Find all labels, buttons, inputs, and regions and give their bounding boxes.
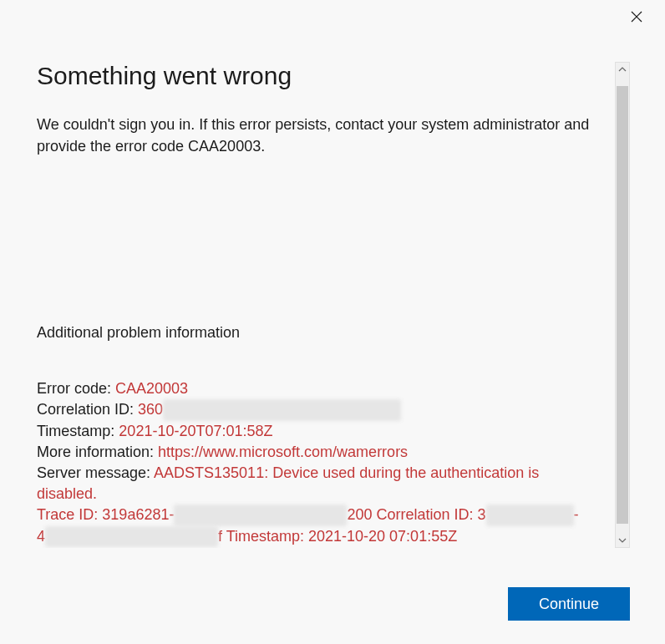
trace-id-redacted-3: xxx-xxxx-xxxx-xxxxxxxxxx — [45, 526, 218, 547]
trace-id-redacted-1: xxxx-xxxx-xxxx-xxxxxxxxx — [174, 505, 347, 525]
more-information-link[interactable]: https://www.microsoft.com/wamerrors — [158, 444, 408, 460]
scroll-up-arrow-icon[interactable] — [616, 63, 629, 76]
page-title: Something went wrong — [37, 62, 612, 90]
correlation-id-row: Correlation ID: 360xxxxx-xxxx-xxxx-xxxx-… — [37, 399, 596, 420]
trace-id-part3: - — [574, 506, 579, 523]
server-message-label: Server message: — [37, 464, 154, 481]
correlation-id-prefix: 360 — [138, 401, 163, 418]
additional-info-heading: Additional problem information — [37, 324, 612, 342]
error-details: Error code: CAA20003 Correlation ID: 360… — [37, 378, 596, 547]
server-message-row: Server message: AADSTS135011: Device use… — [37, 463, 596, 505]
trace-id-redacted-2: xxxxxxx-xxxx — [486, 505, 574, 525]
correlation-id-label: Correlation ID: — [37, 401, 138, 418]
error-code-value: CAA20003 — [115, 380, 188, 397]
timestamp-row: Timestamp: 2021-10-20T07:01:58Z — [37, 421, 596, 442]
scroll-down-arrow-icon[interactable] — [616, 534, 629, 547]
timestamp-value: 2021-10-20T07:01:58Z — [119, 423, 272, 439]
continue-button[interactable]: Continue — [508, 587, 630, 621]
content-area: Something went wrong We couldn't sign yo… — [37, 62, 612, 548]
scrollbar[interactable] — [615, 62, 630, 548]
trace-id-part1: Trace ID: 319a6281- — [37, 506, 174, 523]
close-button[interactable] — [623, 5, 650, 28]
error-description: We couldn't sign you in. If this error p… — [37, 114, 596, 157]
correlation-id-redacted: xxxxx-xxxx-xxxx-xxxx-xxxxxxxxxxxx — [163, 399, 401, 420]
trace-id-row-2: 4xxx-xxxx-xxxx-xxxxxxxxxxf Timestamp: 20… — [37, 526, 596, 547]
error-code-label: Error code: — [37, 380, 115, 397]
trace-id-part2: 200 Correlation ID: 3 — [347, 506, 485, 523]
dialog-window: Something went wrong We couldn't sign yo… — [0, 0, 665, 644]
more-information-label: More information: — [37, 444, 158, 460]
close-icon — [631, 11, 642, 23]
trace-id-part5: f Timestamp: 2021-10-20 07:01:55Z — [218, 528, 457, 545]
trace-id-part4: 4 — [37, 528, 45, 545]
scrollbar-thumb[interactable] — [617, 86, 628, 524]
more-information-row: More information: https://www.microsoft.… — [37, 442, 596, 463]
timestamp-label: Timestamp: — [37, 423, 119, 439]
error-code-row: Error code: CAA20003 — [37, 378, 596, 399]
trace-id-row-1: Trace ID: 319a6281-xxxx-xxxx-xxxx-xxxxxx… — [37, 505, 596, 525]
